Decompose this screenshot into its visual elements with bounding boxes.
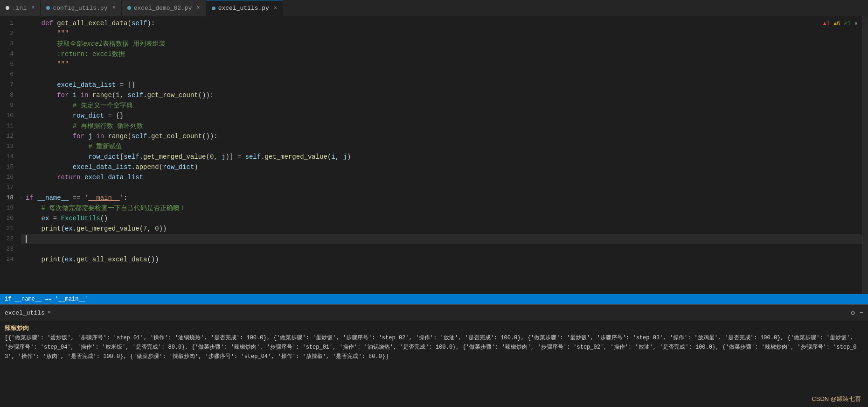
terminal-output-title: 辣椒炒肉 [5,324,863,333]
code-line-13: # 重新赋值 [21,141,862,152]
code-line-21: print(ex.get_merged_value(7, 0)) [21,224,862,234]
tab-utils-close[interactable]: × [274,5,277,12]
run-arrow-icon[interactable]: ▶ [21,193,22,203]
code-line-9: # 先定义一个空字典 [21,100,862,111]
code-line-1: def get_all_excel_data(self): [21,18,862,28]
tab-demo[interactable]: excel_demo_02.py × [122,0,206,16]
tab-config-dot [46,6,50,10]
code-line-12: for j in range(self.get_col_count()): [21,131,862,141]
terminal-content: 辣椒炒肉 [{'做菜步骤': '蛋炒饭', '步骤序号': 'step_01',… [0,321,868,407]
terminal-header: excel_utils × ⚙ − [0,305,868,321]
line-number-gutter: 1 2 3 4 5 6 7 8 9 10 11 12 13 14 15 16 1… [0,16,21,294]
code-line-10: row_dict = {} [21,111,862,121]
terminal-tab-label: excel_utils [5,309,45,316]
terminal-tab[interactable]: excel_utils × [5,309,51,316]
tab-utils-label: excel_utils.py [218,5,269,12]
code-line-20: ex = ExcelUtils() [21,213,862,224]
code-line-8: for i in range(1, self.get_row_count()): [21,90,862,100]
code-line-2: """ [21,28,862,39]
tab-config[interactable]: config_utils.py × [41,0,121,16]
settings-icon[interactable]: ⚙ [851,309,854,317]
terminal-close-icon[interactable]: × [48,309,51,316]
editor-area: 1 2 3 4 5 6 7 8 9 10 11 12 13 14 15 16 1… [0,16,868,294]
tab-demo-dot [127,6,131,10]
code-line-23 [21,244,862,254]
close-terminal-icon[interactable]: − [860,309,863,317]
code-line-22 [21,234,862,244]
tab-bar: .ini × config_utils.py × excel_demo_02.p… [0,0,868,16]
tab-demo-label: excel_demo_02.py [134,5,192,12]
code-line-19: # 每次做完都需要检查一下自己代码是否正确噢！ [21,203,862,213]
tab-ini[interactable]: .ini × [0,0,41,16]
csdn-watermark: CSDN @罐装七喜 [812,395,861,403]
tab-ini-dot [6,6,9,10]
tab-config-close[interactable]: × [112,5,115,11]
code-line-4: :return: excel数据 [21,49,862,59]
mini-scrollbar[interactable] [862,16,868,294]
code-line-7: excel_data_list = [] [21,80,862,90]
code-line-5: """ [21,59,862,70]
tab-ini-label: .ini [12,5,27,12]
code-line-11: # 再根据行数 循环列数 [21,121,862,131]
code-line-3: 获取全部excel表格数据 用列表组装 [21,39,862,49]
tab-demo-close[interactable]: × [196,5,200,11]
code-line-18: ▶ if __name__ == '__main__': [21,193,862,203]
code-line-16: return excel_data_list [21,172,862,182]
code-line-14: row_dict[self.get_merged_value(0, j)] = … [21,152,862,162]
code-line-24: print(ex.get_all_excel_data()) [21,254,862,265]
tab-utils-dot [212,7,215,10]
terminal-panel: excel_utils × ⚙ − 辣椒炒肉 [{'做菜步骤': '蛋炒饭', … [0,304,868,407]
breadcrumb-bar: if __name__ == '__main__' [0,294,868,304]
tab-ini-close[interactable]: × [31,5,35,11]
tab-utils[interactable]: excel_utils.py × [206,0,283,16]
breadcrumb-text: if __name__ == '__main__' [5,296,89,302]
code-line-15: excel_data_list.append(row_dict) [21,162,862,172]
terminal-output-line: [{'做菜步骤': '蛋炒饭', '步骤序号': 'step_01', '操作'… [5,333,863,361]
code-editor[interactable]: ▲1 ▲6 ✓1 ∧ def get_all_excel_data(self):… [21,16,862,294]
code-line-6 [21,70,862,80]
terminal-controls: ⚙ − [851,309,863,317]
tab-config-label: config_utils.py [53,5,107,12]
code-line-17 [21,182,862,193]
